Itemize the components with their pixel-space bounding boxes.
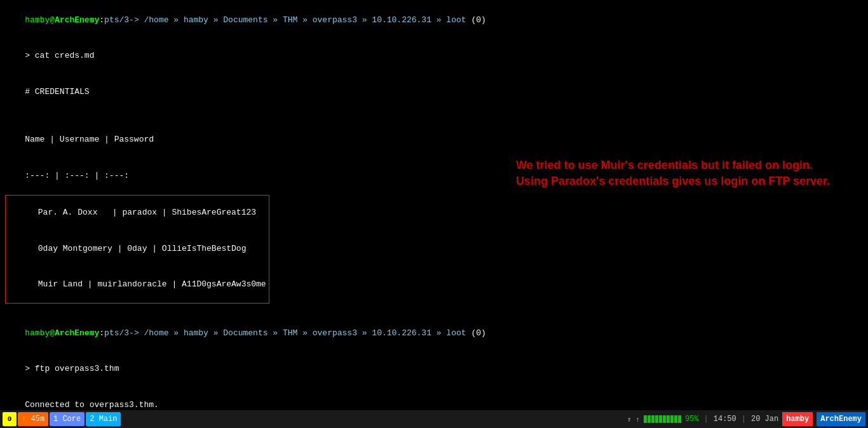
bar-2	[648, 415, 651, 423]
terminal-line	[5, 110, 863, 123]
terminal-line: hamby@ArchEnemy:pts/3-> /home » hamby » …	[5, 316, 863, 352]
workspace-core-label: 1 Core	[53, 415, 81, 424]
comment-line1: We tried to use Muir's credentials but i…	[516, 157, 830, 173]
bar-10	[678, 415, 681, 423]
terminal-line: # CREDENTIALS	[5, 74, 863, 110]
table-row: 0day Montgomery | 0day | OllieIsTheBestD…	[6, 231, 269, 267]
terminal-line: hamby@ArchEnemy:pts/3-> /home » hamby » …	[5, 3, 863, 39]
terminal-line: Connected to overpass3.thm.	[5, 387, 863, 410]
credentials-table: Par. A. Doxx | paradox | ShibesAreGreat1…	[5, 195, 269, 304]
table-row: Muir Land | muirlandoracle | A11D0gsAreA…	[6, 267, 269, 304]
terminal-line: > cat creds.md	[5, 39, 863, 75]
bar-4	[655, 415, 658, 423]
bar-6	[663, 415, 666, 423]
battery-bar	[644, 415, 681, 423]
sep-2: |	[742, 415, 746, 424]
bar-5	[659, 415, 662, 423]
date-display: 20 Jan	[751, 415, 778, 424]
taskbar-right: ⇑ ↑ 95% | 14:50 | 20 Jan hamby ArchEnemy	[627, 412, 865, 426]
bar-9	[674, 415, 677, 423]
taskbar-hostname: ArchEnemy	[820, 415, 862, 424]
taskbar-user: hamby	[782, 412, 813, 426]
workspace-main-label: 2 Main	[90, 415, 117, 424]
terminal: hamby@ArchEnemy:pts/3-> /home » hamby » …	[0, 0, 868, 410]
battery-percent: 95%	[685, 415, 699, 424]
table-row: Par. A. Doxx | paradox | ShibesAreGreat1…	[6, 196, 269, 232]
workspace-0-num: 0	[8, 415, 12, 423]
taskbar-host: ArchEnemy	[817, 412, 865, 426]
taskbar: 0 ↑ 45m 1 Core 2 Main ⇑ ↑ 95% | 14:50	[0, 410, 868, 428]
terminal-line: Name | Username | Password	[5, 122, 863, 158]
clock: 14:50	[714, 415, 736, 424]
workspace-core[interactable]: 1 Core	[50, 412, 85, 426]
uptime-label: ↑ 45m	[22, 415, 44, 424]
bar-3	[651, 415, 654, 423]
bar-7	[667, 415, 670, 423]
sep-1: |	[704, 415, 709, 424]
taskbar-username: hamby	[786, 415, 809, 424]
uptime-indicator: ↑ 45m	[18, 412, 48, 426]
terminal-line: > ftp overpass3.thm	[5, 351, 863, 387]
workspace-0[interactable]: 0	[3, 412, 17, 426]
comment-line2: Using Paradox's credentials gives us log…	[516, 173, 830, 189]
bar-1	[644, 415, 647, 423]
network-arrows: ⇑ ↑	[627, 415, 640, 424]
workspace-main[interactable]: 2 Main	[86, 412, 121, 426]
annotation-comment: We tried to use Muir's credentials but i…	[516, 157, 830, 189]
bar-8	[670, 415, 674, 423]
prompt-user: hamby	[25, 15, 50, 25]
terminal-line	[5, 304, 863, 316]
